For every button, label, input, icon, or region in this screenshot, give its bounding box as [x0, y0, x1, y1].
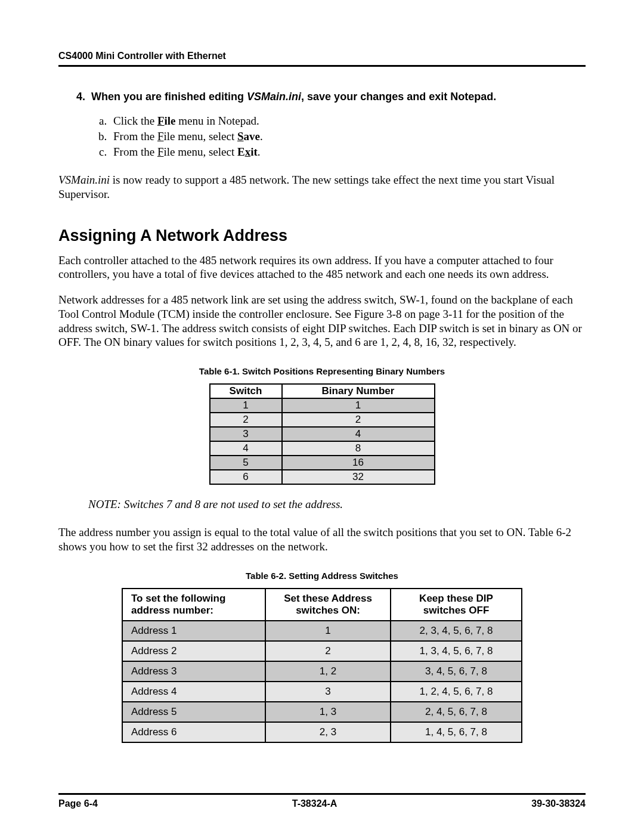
t2-h2: Set these Addressswitches ON: [265, 589, 391, 621]
para-network-addresses: Network addresses for a 485 network link… [58, 293, 586, 349]
step-4-lead: When you are finished editing [91, 91, 247, 103]
substep-c: From the File menu, select Exit. [110, 145, 586, 159]
page: CS4000 Mini Controller with Ethernet 4. … [0, 0, 644, 833]
para-vsmain: VSMain.ini is now ready to support a 485… [58, 173, 586, 202]
table-6-1-header: Switch Binary Number [210, 384, 435, 398]
table-row: Address 431, 2, 4, 5, 6, 7, 8 [122, 682, 522, 702]
table-6-1: Switch Binary Number 11 22 34 48 516 632 [209, 383, 435, 485]
step-4: 4. When you are finished editing VSMain.… [76, 91, 586, 103]
table-row: 34 [210, 427, 435, 441]
table-6-2-header: To set the followingaddress number: Set … [122, 589, 522, 621]
header-rule [58, 65, 586, 67]
step-4-filename: VSMain.ini [247, 91, 301, 103]
table-6-2: To set the followingaddress number: Set … [122, 588, 522, 743]
sublist: Click the File menu in Notepad. From the… [94, 114, 586, 159]
step-4-tail: , save your changes and exit Notepad. [301, 91, 496, 103]
footer-mid: T-38324-A [292, 798, 338, 809]
t2-h1: To set the followingaddress number: [122, 589, 265, 621]
table-row: 11 [210, 398, 435, 413]
footer: Page 6-4 T-38324-A 39-30-38324 [58, 793, 586, 809]
table-row: Address 31, 23, 4, 5, 6, 7, 8 [122, 661, 522, 682]
running-head: CS4000 Mini Controller with Ethernet [58, 51, 586, 61]
table-row: Address 62, 31, 4, 5, 6, 7, 8 [122, 722, 522, 742]
table-row: 48 [210, 441, 435, 456]
substep-a: Click the File menu in Notepad. [110, 114, 586, 128]
footer-right: 39-30-38324 [531, 798, 586, 809]
table-6-1-caption: Table 6-1. Switch Positions Representing… [58, 366, 586, 376]
t1-h-binary: Binary Number [282, 384, 435, 398]
t2-h3: Keep these DIPswitches OFF [391, 589, 522, 621]
substep-b: From the File menu, select Save. [110, 130, 586, 143]
footer-left: Page 6-4 [58, 798, 98, 809]
para-address-number: The address number you assign is equal t… [58, 525, 586, 554]
table-row: Address 51, 32, 4, 5, 6, 7, 8 [122, 702, 522, 722]
step-4-num: 4. [76, 91, 85, 103]
table-row: Address 112, 3, 4, 5, 6, 7, 8 [122, 621, 522, 641]
table-row: 516 [210, 456, 435, 470]
t1-h-switch: Switch [210, 384, 282, 398]
table-row: 22 [210, 413, 435, 427]
para-each-controller: Each controller attached to the 485 netw… [58, 253, 586, 282]
table-row: Address 221, 3, 4, 5, 6, 7, 8 [122, 641, 522, 661]
table-row: 632 [210, 470, 435, 484]
table-6-2-caption: Table 6-2. Setting Address Switches [58, 571, 586, 581]
footer-rule [58, 793, 586, 795]
note-text: NOTE: Switches 7 and 8 are not used to s… [88, 498, 586, 511]
section-heading: Assigning A Network Address [58, 227, 586, 245]
footer-row: Page 6-4 T-38324-A 39-30-38324 [58, 798, 586, 809]
